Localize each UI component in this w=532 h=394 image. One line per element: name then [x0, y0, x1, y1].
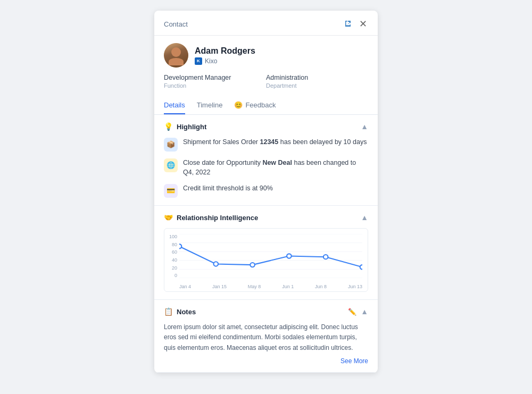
highlight-items: 📦 Shipment for Sales Order 12345 has bee…: [164, 137, 368, 198]
notes-header-right: ✏️ ▲: [348, 307, 368, 316]
feedback-tab-icon: 😊: [234, 101, 243, 109]
tabs-row: Details Timeline 😊 Feedback: [154, 96, 378, 115]
shipment-icon: 📦: [164, 138, 178, 152]
chart-x-labels: Jan 4 Jan 15 May 8 Jun 1 Jun 8 Jun 13: [179, 284, 362, 289]
svg-point-7: [214, 262, 219, 266]
company-badge-icon: K: [195, 57, 202, 65]
avatar: [164, 43, 188, 68]
highlight-text-3: Credit limit threshold is at 90%: [183, 183, 273, 193]
highlight-text-1: Shipment for Sales Order 12345 has been …: [183, 137, 367, 147]
highlight-collapse-button[interactable]: ▲: [361, 122, 368, 131]
meta-function-label: Function: [164, 82, 266, 89]
line-chart-svg: [179, 234, 362, 278]
notes-text: Lorem ipsum dolor sit amet, consectetur …: [164, 322, 368, 353]
ri-collapse-button[interactable]: ▲: [361, 213, 368, 222]
see-more-button[interactable]: See More: [164, 357, 368, 365]
tab-feedback[interactable]: 😊 Feedback: [234, 96, 276, 114]
notes-collapse-button[interactable]: ▲: [361, 307, 368, 316]
highlight-title: 💡 Highlight: [164, 122, 206, 131]
tab-timeline[interactable]: Timeline: [197, 96, 223, 114]
edit-external-button[interactable]: [343, 19, 353, 30]
svg-point-9: [287, 254, 292, 258]
chart-y-labels: 100 80 60 40 20 0: [164, 234, 177, 278]
lightbulb-icon: 💡: [164, 122, 173, 131]
relationship-icon: 🤝: [164, 213, 173, 222]
tab-details[interactable]: Details: [164, 96, 185, 114]
meta-department-value: Administration: [266, 74, 368, 81]
highlight-text-2: Close date for Opportunity New Deal has …: [183, 158, 368, 177]
highlight-item-2: 🌐 Close date for Opportunity New Deal ha…: [164, 158, 368, 177]
meta-item-function: Development Manager Function: [164, 74, 266, 89]
opportunity-icon: 🌐: [164, 158, 178, 172]
relationship-intelligence-section: 🤝 Relationship Intelligence ▲ 100 80 60 …: [154, 206, 378, 300]
meta-function-value: Development Manager: [164, 74, 266, 81]
profile-info: Adam Rodgers K Kixo: [195, 46, 255, 65]
ri-header: 🤝 Relationship Intelligence ▲: [164, 213, 368, 222]
notes-icon: 📋: [164, 307, 173, 316]
highlight-section: 💡 Highlight ▲ 📦 Shipment for Sales Order…: [154, 115, 378, 206]
svg-point-6: [179, 244, 181, 248]
header-actions: ✕: [343, 18, 368, 30]
meta-item-department: Administration Department: [266, 74, 368, 89]
chart-area: [179, 234, 362, 278]
company-name: Kixo: [205, 57, 217, 65]
svg-point-8: [250, 263, 255, 267]
highlight-item-1: 📦 Shipment for Sales Order 12345 has bee…: [164, 137, 368, 152]
notes-title: 📋 Notes: [164, 307, 196, 316]
meta-department-label: Department: [266, 82, 368, 89]
highlight-item-3: 💳 Credit limit threshold is at 90%: [164, 183, 368, 198]
contact-panel: Contact ✕ Adam Rodgers K Kixo Developmen…: [154, 11, 378, 373]
notes-edit-button[interactable]: ✏️: [348, 308, 356, 316]
close-button[interactable]: ✕: [358, 18, 368, 30]
notes-header: 📋 Notes ✏️ ▲: [164, 307, 368, 316]
avatar-image: [164, 43, 188, 68]
highlight-header: 💡 Highlight ▲: [164, 122, 368, 131]
svg-point-11: [360, 265, 362, 269]
ri-title: 🤝 Relationship Intelligence: [164, 213, 258, 222]
credit-icon: 💳: [164, 184, 178, 198]
svg-point-10: [323, 255, 328, 259]
panel-title: Contact: [164, 20, 188, 28]
chart-container: 100 80 60 40 20 0: [164, 228, 368, 292]
profile-name: Adam Rodgers: [195, 46, 255, 56]
meta-row: Development Manager Function Administrat…: [154, 74, 378, 96]
profile-section: Adam Rodgers K Kixo: [154, 36, 378, 74]
notes-section: 📋 Notes ✏️ ▲ Lorem ipsum dolor sit amet,…: [154, 300, 378, 373]
panel-header: Contact ✕: [154, 11, 378, 36]
panel-content: 💡 Highlight ▲ 📦 Shipment for Sales Order…: [154, 115, 378, 373]
profile-company: K Kixo: [195, 57, 255, 65]
